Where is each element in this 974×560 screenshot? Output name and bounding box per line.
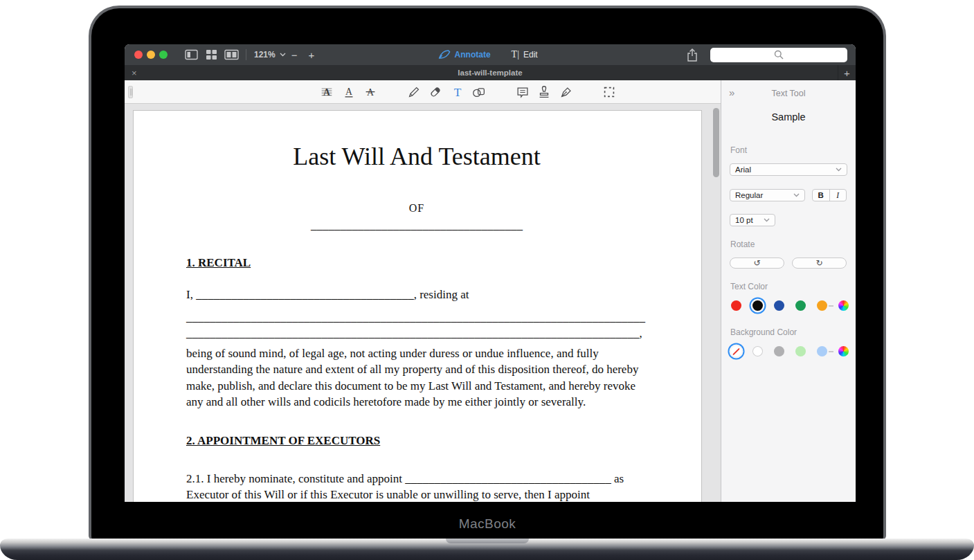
custom-color-connector [829, 351, 833, 352]
bg-color-blue-swatch[interactable] [817, 346, 827, 356]
rotate-counterclockwise-button[interactable]: ↺ [730, 258, 784, 269]
address-blank-line-1: ________________________________________… [186, 309, 647, 326]
font-style-select[interactable]: Regular [730, 189, 805, 201]
close-window-button[interactable] [134, 51, 143, 59]
note-tool-button[interactable] [514, 84, 531, 100]
text-color-section-label: Text Color [730, 282, 768, 291]
edit-label: Edit [523, 50, 538, 60]
selection-tool-button[interactable] [601, 84, 617, 100]
two-page-view-button[interactable] [223, 47, 240, 62]
name-blank-line: ____________________________________ [186, 219, 647, 233]
tab-bar: × last-will-template + [125, 65, 856, 80]
text-color-orange-swatch[interactable] [817, 300, 827, 311]
executors-text-line: Executor of this Will or if this Executo… [186, 487, 647, 502]
minimize-window-button[interactable] [147, 51, 155, 59]
bg-color-white-swatch[interactable] [752, 346, 763, 356]
toolbar-drag-handle[interactable] [128, 86, 133, 98]
document-viewport[interactable]: Last Will And Testament OF _____________… [125, 104, 721, 502]
zoom-level-value: 121% [254, 50, 276, 60]
font-family-select[interactable]: Arial [730, 163, 847, 176]
text-color-blue-swatch[interactable] [774, 300, 784, 311]
pencil-tool-button[interactable] [406, 84, 422, 100]
font-family-value: Arial [735, 165, 751, 174]
font-style-value: Regular [735, 191, 763, 199]
bold-italic-group: B I [812, 189, 847, 201]
eraser-tool-button[interactable] [427, 84, 444, 100]
zoom-level-dropdown[interactable]: 121% [254, 50, 286, 60]
annotate-label: Annotate [455, 50, 491, 60]
window-titlebar: 121% − + Annotate T| Edit [125, 44, 856, 65]
recital-text-line: any and all other wills and codicils her… [186, 394, 647, 410]
laptop-lid-notch [446, 539, 529, 543]
rotate-section-label: Rotate [730, 240, 755, 249]
annotate-tab[interactable]: Annotate [439, 50, 491, 60]
shapes-tool-button[interactable] [471, 84, 487, 100]
new-tab-button[interactable]: + [838, 65, 856, 80]
chevron-down-icon [280, 53, 286, 57]
strikethrough-tool-button[interactable]: A [362, 84, 379, 100]
zoom-out-button[interactable]: − [286, 49, 303, 61]
recital-text-line: make, publish, and declare this document… [186, 378, 647, 395]
svg-text:T: T [454, 84, 462, 98]
executors-text-line: 2.1. I hereby nominate, constitute and a… [186, 471, 647, 487]
address-blank-line-2: ________________________________________… [186, 325, 647, 342]
text-color-wheel-swatch[interactable] [838, 300, 849, 311]
rotate-ccw-icon: ↺ [753, 259, 760, 267]
recital-text-line: being of sound mind, of legal age, not a… [186, 345, 647, 362]
zoom-in-button[interactable]: + [303, 49, 320, 61]
document-tab-title[interactable]: last-will-template [125, 69, 856, 77]
laptop-base [0, 539, 974, 560]
custom-color-connector [829, 305, 833, 307]
laptop-screen-bezel: 121% − + Annotate T| Edit [89, 6, 886, 540]
bg-color-gray-swatch[interactable] [774, 346, 784, 356]
text-style-preview: Sample [721, 111, 856, 123]
text-color-black-swatch[interactable] [752, 300, 763, 311]
font-size-select[interactable]: 10 pt [730, 214, 775, 226]
italic-button[interactable]: I [830, 190, 847, 201]
svg-text:A: A [323, 87, 330, 97]
underline-tool-button[interactable]: A [341, 84, 357, 100]
chevron-down-icon [764, 218, 770, 222]
stamp-tool-button[interactable] [536, 84, 552, 100]
document-subtitle: OF [186, 202, 647, 215]
thumbnails-view-button[interactable] [203, 47, 219, 62]
document-page[interactable]: Last Will And Testament OF _____________… [133, 110, 702, 502]
text-color-red-swatch[interactable] [731, 300, 741, 311]
macbook-brand-label: MacBook [91, 516, 883, 532]
mode-switcher: Annotate T| Edit [439, 49, 538, 60]
bg-color-wheel-swatch[interactable] [838, 346, 849, 356]
vertical-scrollbar-thumb[interactable] [713, 108, 719, 177]
rotate-cw-icon: ↻ [815, 259, 822, 267]
pen-icon [439, 50, 451, 60]
text-tool-panel: » Text Tool Sample Font Arial Regular B … [721, 80, 856, 502]
highlight-text-tool-button[interactable]: A [318, 84, 335, 100]
bold-button[interactable]: B [813, 190, 830, 201]
section1-heading: 1. RECITAL [186, 256, 647, 270]
recital-intro-line: I, _____________________________________… [186, 287, 647, 303]
document-title: Last Will And Testament [186, 140, 647, 173]
bg-color-green-swatch[interactable] [795, 346, 806, 356]
text-color-green-swatch[interactable] [795, 300, 806, 311]
search-icon [774, 50, 784, 60]
bg-color-none-swatch[interactable] [731, 346, 741, 356]
text-edit-icon: T| [512, 49, 519, 60]
section2-heading: 2. APPOINTMENT OF EXECUTORS [186, 434, 647, 448]
signature-pen-tool-button[interactable] [558, 84, 575, 100]
background-color-section-label: Background Color [730, 327, 797, 337]
font-section-label: Font [730, 145, 747, 155]
pdf-app-window: 121% − + Annotate T| Edit [125, 44, 856, 502]
fullscreen-window-button[interactable] [159, 51, 168, 59]
panel-title: Text Tool [721, 89, 856, 98]
share-button[interactable] [684, 47, 701, 62]
annotation-toolbar: A A A T [125, 80, 721, 104]
edit-tab[interactable]: T| Edit [512, 49, 538, 60]
sidebar-view-button[interactable] [183, 47, 199, 62]
search-input[interactable] [710, 48, 847, 62]
rotate-clockwise-button[interactable]: ↻ [792, 258, 847, 269]
recital-text-line: understanding the nature and extent of a… [186, 361, 647, 378]
text-tool-button[interactable]: T [449, 84, 466, 100]
titlebar-divider [246, 49, 246, 60]
font-size-value: 10 pt [735, 216, 753, 224]
chevron-down-icon [836, 168, 842, 172]
svg-text:A: A [345, 86, 352, 96]
